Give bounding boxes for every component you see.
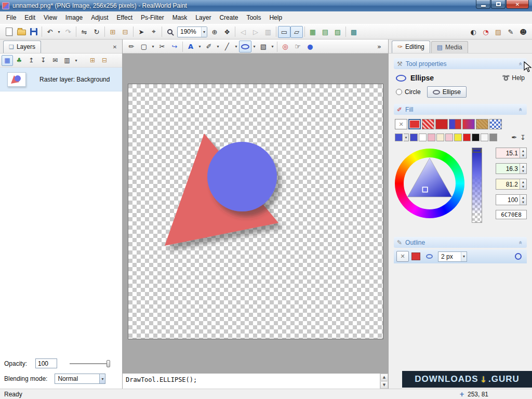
ellipse-option-selected[interactable]: Ellipse	[427, 86, 467, 98]
retouch-tool-button[interactable]: ✏	[125, 41, 138, 52]
spin-up-icon[interactable]: ▲	[520, 148, 526, 153]
menu-effect[interactable]: Effect	[113, 12, 137, 23]
menu-mask[interactable]: Mask	[168, 12, 192, 23]
fill-none-swatch[interactable]: ✕	[395, 119, 407, 129]
fill-header[interactable]: ✐ Fill «	[394, 104, 527, 115]
outline-style-button[interactable]	[423, 251, 435, 262]
palette-swatch[interactable]	[436, 134, 444, 141]
circle-option[interactable]: Circle	[396, 88, 421, 96]
rotate-button[interactable]: ↻	[90, 26, 103, 38]
outline-cap-button[interactable]	[512, 251, 524, 262]
ellipse-tool-dropdown[interactable]: ▾	[251, 41, 257, 52]
deskew-tool-button[interactable]: ↪	[168, 41, 181, 52]
color-alpha-value[interactable]: 100 ▲▼	[496, 194, 527, 205]
palette-swatch[interactable]	[428, 134, 435, 141]
layer-mask-button[interactable]: ✉	[49, 55, 61, 66]
help-link[interactable]: ➰ Help	[502, 74, 525, 82]
circle-shape[interactable]	[207, 142, 277, 211]
collapse-outline-icon[interactable]: «	[517, 240, 524, 246]
undo-dropdown[interactable]: ▾	[56, 26, 62, 38]
outline-none-button[interactable]: ✕	[396, 251, 409, 262]
pages-button[interactable]: ▥	[262, 26, 274, 38]
line-tool-dropdown[interactable]: ▾	[233, 41, 239, 52]
redo-button[interactable]: ↷	[62, 26, 74, 38]
texture-button[interactable]: ▩	[348, 26, 360, 38]
color-value-2[interactable]: 16.3 ▲▼	[496, 163, 527, 174]
grayscale-button[interactable]: ◐	[467, 26, 480, 38]
palette-swatch[interactable]	[419, 134, 427, 141]
primary-color-swatch[interactable]	[395, 134, 403, 141]
pan-tool-button[interactable]: ☞	[291, 41, 304, 52]
menu-edit[interactable]: Edit	[20, 12, 39, 23]
canvas-workspace[interactable]	[123, 54, 388, 373]
zoom-dropdown[interactable]: ▾	[201, 27, 207, 37]
layer-export-button[interactable]: ↧	[37, 55, 49, 66]
scroll-up-button[interactable]: ▲	[380, 374, 388, 381]
paste-button[interactable]: ⊟	[119, 26, 131, 38]
save-button[interactable]	[28, 26, 40, 38]
rulers-toggle-button[interactable]: ▤	[319, 26, 331, 38]
palette-swatch[interactable]	[454, 134, 462, 141]
selection-tool-button[interactable]: ▢	[138, 41, 150, 52]
fill-tool-button[interactable]: ▧	[257, 41, 270, 52]
opacity-input[interactable]	[35, 358, 57, 368]
menu-file[interactable]: File	[2, 12, 20, 23]
color-wheel[interactable]	[395, 149, 464, 218]
ellipse-tool-button[interactable]	[239, 41, 251, 52]
color-picker-tool-button[interactable]: ◎	[279, 41, 291, 52]
collapse-section-icon[interactable]: «	[517, 61, 524, 67]
menu-create[interactable]: Create	[215, 12, 242, 23]
eyedropper-icon[interactable]: ✒	[511, 134, 517, 141]
outline-width-select[interactable]: 2 px ▾	[438, 251, 467, 262]
snap-grid-button[interactable]: ▨	[331, 26, 344, 38]
collapse-fill-icon[interactable]: «	[517, 107, 524, 113]
selection-tool-dropdown[interactable]: ▾	[150, 41, 156, 52]
outline-header[interactable]: ✎ Outline «	[394, 237, 527, 248]
spin-down-icon[interactable]: ▼	[520, 153, 526, 158]
outline-color-swatch[interactable]	[411, 252, 420, 260]
menu-ps-filter[interactable]: Ps-Filter	[137, 12, 168, 23]
palette-swatch[interactable]	[410, 134, 418, 141]
layers-panel-close-button[interactable]: ✕	[111, 43, 119, 51]
spin-up-icon[interactable]: ▲	[520, 195, 526, 200]
menu-adjust[interactable]: Adjust	[87, 12, 112, 23]
opacity-slider[interactable]	[70, 363, 110, 364]
spin-up-icon[interactable]: ▲	[520, 179, 526, 184]
blending-mode-select[interactable]: Normal ▾	[55, 374, 105, 384]
user-account-button[interactable]: ☻	[517, 26, 529, 38]
toolbar-overflow-button[interactable]: »	[373, 41, 385, 52]
primary-color-dropdown[interactable]: ▾	[404, 134, 409, 141]
scroll-down-button[interactable]: ▼	[380, 381, 388, 389]
menu-tools[interactable]: Tools	[242, 12, 265, 23]
selection-mode-skew-button[interactable]: ▱	[290, 26, 303, 38]
grid-toggle-button[interactable]: ▦	[307, 26, 319, 38]
hex-color-input[interactable]: 6C70E8	[496, 210, 527, 219]
color-triangle[interactable]	[403, 156, 457, 210]
title-bar[interactable]: unnamed.png* (PNG Image, 256x256 pixels)…	[0, 0, 532, 11]
fill-solid-swatch-selected[interactable]	[408, 119, 421, 129]
palette-swatch[interactable]	[463, 134, 471, 141]
layer-row-background[interactable]: Raster layer: Background	[0, 68, 122, 91]
brush-tool-button[interactable]: ✐	[203, 41, 215, 52]
canvas-image[interactable]	[128, 84, 383, 339]
layer-list-empty-area[interactable]	[0, 91, 122, 354]
tab-editing[interactable]: ✑ Editing	[392, 41, 430, 53]
pencil-button[interactable]: ✎	[504, 26, 517, 38]
brush-tool-dropdown[interactable]: ▾	[215, 41, 221, 52]
palette-swatch[interactable]	[489, 134, 497, 141]
menu-image[interactable]: Image	[61, 12, 87, 23]
maximize-button[interactable]	[491, 0, 506, 9]
blending-mode-dropdown[interactable]: ▾	[99, 374, 105, 383]
selection-mode-rect-button[interactable]: ▭	[278, 26, 290, 38]
tool-properties-header[interactable]: ⚒ Tool properties «	[394, 58, 527, 69]
water-drop-tool-button[interactable]: ●	[304, 41, 316, 52]
console-scrollbar[interactable]: ▲ ▼	[380, 374, 388, 389]
new-layer-dropdown[interactable]: ▾	[73, 55, 79, 66]
menu-view[interactable]: View	[39, 12, 61, 23]
copy-button[interactable]: ⊞	[107, 26, 119, 38]
snap-tool-button[interactable]: ⌖	[148, 26, 160, 38]
tab-layers[interactable]: ❏ Layers	[3, 41, 41, 53]
spin-down-icon[interactable]: ▼	[520, 184, 526, 190]
new-button[interactable]	[3, 26, 15, 38]
layer-copy-button[interactable]: ⊞	[87, 55, 98, 66]
